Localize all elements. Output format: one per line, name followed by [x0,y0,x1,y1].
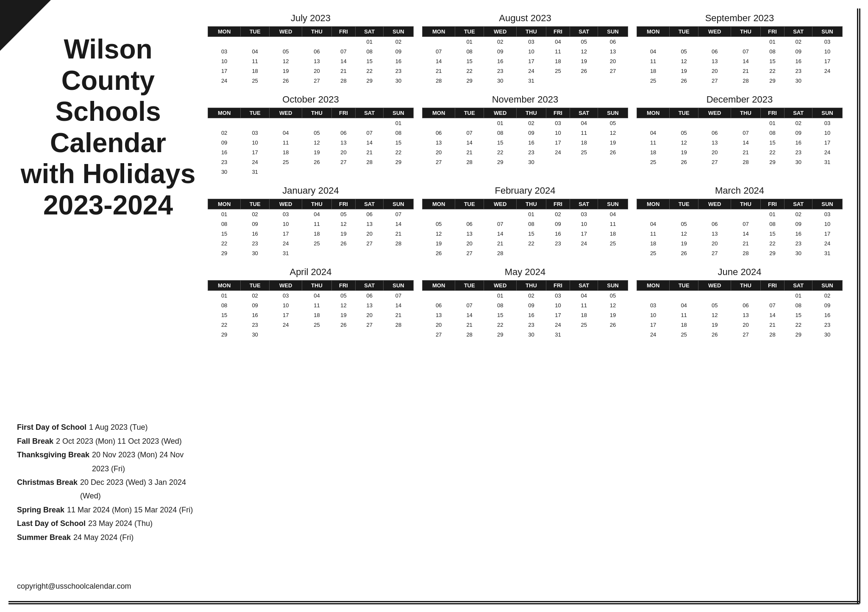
day-header: TUE [670,199,698,209]
calendar-day: 20 [698,147,731,157]
calendar-day: 17 [812,56,843,66]
calendar-day: 10 [270,219,302,229]
calendar-day: 13 [331,138,356,147]
calendar-day: 16 [241,229,270,239]
day-header: MON [208,27,241,37]
calendar-day: 05 [598,291,628,301]
day-header: SAT [356,108,384,118]
calendar-day: 09 [208,138,241,147]
calendar-day: 01 [785,291,812,301]
calendar-week-row: 10111213141516 [208,56,414,66]
calendar-day: 06 [331,128,356,138]
calendar-day [637,118,670,128]
calendar-day: 30 [241,248,270,258]
calendar-day: 25 [637,157,670,167]
calendar-day [423,37,455,47]
left-panel: Wilson County Schools Calendar with Holi… [17,34,199,221]
calendar-day: 16 [484,56,517,66]
calendar-day: 11 [598,219,628,229]
calendar-day: 20 [331,147,356,157]
calendar-day: 06 [455,219,484,229]
day-header: TUE [670,281,698,291]
calendar-day: 16 [517,138,546,147]
calendar-day: 26 [698,330,731,339]
calendar-week-row: 17181920212223 [208,66,414,76]
calendar-week-row: 04050607080910 [637,219,843,229]
calendar-day: 27 [698,157,731,167]
calendar-day: 12 [670,56,698,66]
calendar-day: 31 [517,76,546,86]
calendar-day: 19 [598,138,628,147]
calendar-day: 25 [570,147,598,157]
calendar-day: 01 [384,118,414,128]
calendar-day: 14 [455,310,484,320]
calendars-area: July 2023MONTUEWEDTHUFRISATSUN0102030405… [208,13,843,348]
calendar-day: 10 [637,310,670,320]
calendar-day: 06 [698,219,731,229]
day-header: TUE [241,27,270,37]
calendar-day: 22 [384,147,414,157]
calendar-day: 04 [637,219,670,229]
calendar-day: 01 [760,209,785,220]
calendar-week-row: 16171819202122 [208,147,414,157]
calendar-table: MONTUEWEDTHUFRISATSUN0102030405060708091… [208,26,414,86]
calendar-week-row: 01020304050607 [208,291,414,301]
calendar-day: 28 [731,76,760,86]
calendar-day: 03 [546,291,570,301]
calendar-day: 04 [302,291,331,301]
calendar-day: 15 [760,229,785,239]
calendar-day: 03 [208,47,241,56]
calendar-day: 30 [785,76,812,86]
calendar-week-row: 08091011121314 [208,300,414,310]
calendar-day: 28 [760,330,785,339]
calendar-day: 11 [637,138,670,147]
calendar-day: 27 [698,76,731,86]
calendar-week-row: 15161718192021 [208,310,414,320]
calendar-week-row: 20212223242526 [423,147,628,157]
calendar-day: 25 [302,320,331,330]
day-header: THU [731,281,760,291]
holiday-value: 1 Aug 2023 (Tue) [89,420,147,434]
calendar-day: 06 [356,291,384,301]
calendar-day: 12 [570,47,598,56]
calendar-day: 28 [331,76,356,86]
day-header: FRI [546,199,570,209]
day-header: THU [302,27,331,37]
day-header: THU [517,281,546,291]
calendar-day [356,118,384,128]
calendar-day: 08 [208,219,241,229]
day-header: MON [208,281,241,291]
calendar-day: 09 [812,300,843,310]
day-header: FRI [546,108,570,118]
calendar-week-row: 11121314151617 [637,56,843,66]
month-title: December 2023 [637,94,843,105]
calendar-day: 10 [812,128,843,138]
calendar-day: 05 [670,128,698,138]
calendar-day: 25 [637,248,670,258]
calendar-day [302,118,331,128]
calendar-day: 17 [241,147,270,157]
calendar-day: 16 [546,229,570,239]
calendar-month: January 2024MONTUEWEDTHUFRISATSUN0102030… [208,185,414,258]
calendar-day: 18 [302,310,331,320]
calendar-day: 30 [241,330,270,339]
calendar-day: 25 [546,66,570,76]
calendar-day: 15 [484,310,517,320]
calendar-day: 22 [484,320,517,330]
calendar-day: 12 [331,300,356,310]
calendar-table: MONTUEWEDTHUFRISATSUN0102030405060708091… [637,280,843,339]
calendar-day: 16 [517,310,546,320]
calendar-day: 25 [241,76,270,86]
calendar-day: 14 [760,310,785,320]
calendar-day: 25 [598,239,628,248]
day-header: FRI [760,27,785,37]
calendar-day [570,330,598,339]
calendar-day [698,37,731,47]
calendar-day: 04 [570,118,598,128]
calendar-day: 27 [598,66,628,76]
calendar-week-row: 293031 [208,248,414,258]
calendar-day: 19 [570,56,598,66]
calendar-week-row: 05060708091011 [423,219,628,229]
day-header: MON [637,27,670,37]
calendar-day: 13 [302,56,331,66]
